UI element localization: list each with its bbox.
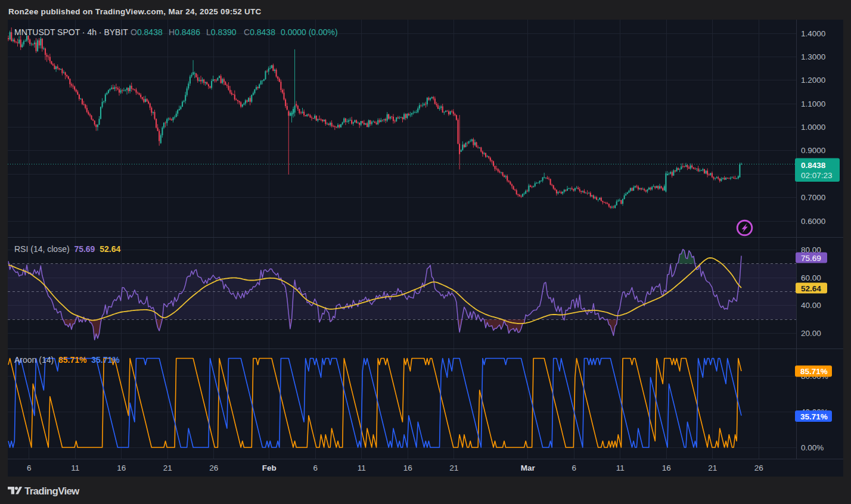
svg-text:40.00: 40.00 (801, 301, 821, 310)
svg-text:6: 6 (313, 463, 318, 472)
svg-text:20.00: 20.00 (801, 329, 821, 338)
svg-text:0.8438: 0.8438 (801, 161, 826, 170)
svg-text:0.6000: 0.6000 (801, 217, 825, 226)
svg-text:26: 26 (754, 463, 763, 472)
svg-text:60.00: 60.00 (801, 273, 821, 282)
svg-text:16: 16 (662, 463, 671, 472)
svg-text:16: 16 (403, 463, 412, 472)
svg-text:Mar: Mar (521, 463, 536, 472)
svg-text:1.2000: 1.2000 (801, 76, 825, 85)
svg-text:6: 6 (572, 463, 576, 472)
svg-text:16: 16 (117, 463, 126, 472)
svg-text:0.7000: 0.7000 (801, 193, 825, 202)
svg-text:75.69: 75.69 (801, 254, 821, 263)
svg-text:11: 11 (358, 463, 366, 472)
svg-text:Feb: Feb (262, 463, 277, 472)
svg-text:02:07:23: 02:07:23 (801, 171, 833, 180)
svg-text:21: 21 (708, 463, 717, 472)
svg-text:21: 21 (449, 463, 458, 472)
svg-text:11: 11 (71, 463, 79, 472)
svg-text:11: 11 (616, 463, 625, 472)
svg-text:0.9000: 0.9000 (801, 146, 825, 155)
svg-text:85.71%: 85.71% (800, 367, 828, 376)
svg-text:1.1000: 1.1000 (801, 99, 825, 108)
svg-text:0.00%: 0.00% (801, 443, 824, 452)
svg-text:21: 21 (163, 463, 172, 472)
svg-text:26: 26 (209, 463, 218, 472)
svg-text:1.0000: 1.0000 (801, 123, 825, 132)
svg-text:35.71%: 35.71% (800, 412, 828, 421)
svg-text:6: 6 (27, 463, 32, 472)
svg-text:52.64: 52.64 (801, 284, 821, 293)
svg-text:1.3000: 1.3000 (801, 52, 825, 61)
